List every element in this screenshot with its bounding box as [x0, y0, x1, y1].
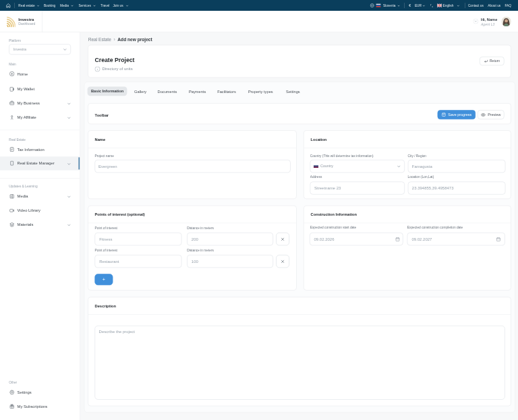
svg-text:x: x [432, 5, 433, 8]
